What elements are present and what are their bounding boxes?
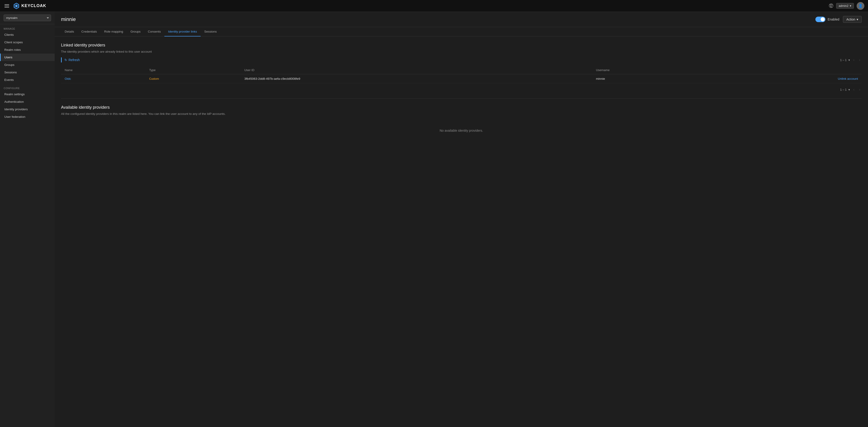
tab-credentials[interactable]: Credentials	[78, 27, 100, 36]
sidebar-item-label: Clients	[4, 33, 14, 36]
pagination-bottom-next-button[interactable]: ›	[858, 87, 862, 92]
type-badge: Custom	[149, 77, 159, 80]
action-chevron-icon: ▾	[857, 18, 858, 21]
sidebar-item-authentication[interactable]: Authentication	[0, 98, 55, 106]
main-content: minnie Enabled Action ▾ Details Credenti…	[55, 12, 868, 427]
dropdown-chevron-icon: ▾	[850, 4, 851, 7]
unlink-account-button[interactable]: Unlink account	[838, 77, 858, 80]
sidebar-item-label: User federation	[4, 115, 25, 118]
pagination-prev-button[interactable]: ‹	[852, 57, 856, 62]
enabled-toggle-area: Enabled	[815, 17, 839, 22]
sidebar-item-label: Authentication	[4, 100, 24, 104]
col-header-type: Type	[146, 66, 241, 74]
keycloak-logo-icon	[13, 2, 20, 9]
tab-identity-provider-links[interactable]: Identity provider links	[164, 27, 200, 36]
pagination-count: 1 – 1	[840, 58, 846, 62]
action-label: Action	[846, 18, 855, 21]
sidebar-item-label: Realm settings	[4, 92, 25, 96]
sidebar-item-label: Client scopes	[4, 40, 23, 44]
logo-text: KEYCLOAK	[22, 3, 46, 8]
tab-label: Details	[65, 30, 74, 33]
pagination-chevron-bottom-icon: ▾	[848, 88, 850, 91]
realm-selector: myrealm	[0, 12, 55, 24]
hamburger-menu[interactable]	[4, 3, 10, 8]
pagination-bottom: 1 – 1 ▾ ‹ ›	[61, 87, 862, 92]
avatar-icon: 👤	[858, 4, 863, 8]
pagination-top: 1 – 1 ▾ ‹ ›	[840, 57, 862, 62]
refresh-label: Refresh	[68, 58, 80, 62]
help-icon[interactable]: ⑫	[829, 3, 833, 9]
pagination-bottom-prev-button[interactable]: ‹	[852, 87, 856, 92]
col-header-action	[709, 66, 862, 74]
linked-section-title: Linked identity providers	[61, 43, 862, 48]
linked-section-description: The identity providers which are already…	[61, 50, 862, 53]
tab-label: Credentials	[81, 30, 97, 33]
row-user-id: 3fb45063-2dd8-497b-aefa-c9ecb8008fe9	[241, 74, 592, 83]
table-row: Oidc Custom 3fb45063-2dd8-497b-aefa-c9ec…	[61, 74, 862, 83]
user-name: admin2	[839, 4, 848, 7]
logo-area: KEYCLOAK	[13, 2, 46, 9]
linked-identity-providers-section: Linked identity providers The identity p…	[55, 36, 868, 98]
enabled-label: Enabled	[828, 18, 839, 21]
sidebar: myrealm Manage Clients Client scopes Rea…	[0, 12, 55, 427]
tab-label: Sessions	[204, 30, 217, 33]
refresh-icon: ↻	[64, 58, 67, 62]
col-header-username: Username	[592, 66, 709, 74]
main-layout: myrealm Manage Clients Client scopes Rea…	[0, 12, 868, 427]
no-data-message: No available identity providers.	[61, 120, 862, 142]
sidebar-item-events[interactable]: Events	[0, 76, 55, 84]
tab-sessions[interactable]: Sessions	[200, 27, 220, 36]
tab-details[interactable]: Details	[61, 27, 78, 36]
page-title: minnie	[61, 17, 812, 22]
configure-section-label: Configure	[0, 84, 55, 90]
sidebar-item-realm-settings[interactable]: Realm settings	[0, 90, 55, 98]
sidebar-item-label: Groups	[4, 63, 14, 66]
sidebar-item-groups[interactable]: Groups	[0, 61, 55, 68]
page-header: minnie Enabled Action ▾	[55, 12, 868, 27]
sidebar-item-realm-roles[interactable]: Realm roles	[0, 46, 55, 54]
sidebar-item-clients[interactable]: Clients	[0, 31, 55, 38]
pagination-next-button[interactable]: ›	[858, 57, 862, 62]
tab-label: Identity provider links	[168, 30, 197, 33]
sidebar-item-label: Realm roles	[4, 48, 21, 52]
sidebar-item-label: Identity providers	[4, 108, 28, 111]
sidebar-item-users[interactable]: Users	[0, 54, 55, 61]
row-username: minnie	[592, 74, 709, 83]
top-navigation: KEYCLOAK ⑫ admin2 ▾ 👤	[0, 0, 868, 12]
tab-groups[interactable]: Groups	[127, 27, 144, 36]
tab-consents[interactable]: Consents	[144, 27, 164, 36]
sidebar-item-sessions[interactable]: Sessions	[0, 68, 55, 76]
sidebar-item-label: Users	[4, 56, 12, 59]
refresh-button[interactable]: ↻ Refresh	[64, 58, 80, 62]
row-action: Unlink account	[709, 74, 862, 83]
sidebar-item-label: Events	[4, 78, 14, 82]
tab-label: Consents	[148, 30, 161, 33]
action-button[interactable]: Action ▾	[843, 16, 862, 23]
manage-section-label: Manage	[0, 24, 55, 31]
col-header-name: Name	[61, 66, 146, 74]
oidc-link[interactable]: Oidc	[65, 77, 71, 80]
linked-providers-table: Name Type User ID Username Oidc Custom	[61, 66, 862, 83]
tab-label: Groups	[130, 30, 141, 33]
row-type: Custom	[146, 74, 241, 83]
enabled-toggle[interactable]	[815, 17, 826, 22]
table-header-row: Name Type User ID Username	[61, 66, 862, 74]
pagination-count-bottom: 1 – 1	[840, 88, 846, 91]
tab-label: Role mapping	[104, 30, 123, 33]
realm-select[interactable]: myrealm	[4, 15, 51, 21]
row-name: Oidc	[61, 74, 146, 83]
sidebar-item-user-federation[interactable]: User federation	[0, 113, 55, 120]
available-section-title: Available identity providers	[61, 105, 862, 110]
pagination-chevron-icon: ▾	[848, 58, 850, 62]
user-dropdown[interactable]: admin2 ▾	[836, 3, 854, 9]
col-header-user-id: User ID	[241, 66, 592, 74]
sidebar-item-identity-providers[interactable]: Identity providers	[0, 106, 55, 113]
tab-role-mapping[interactable]: Role mapping	[101, 27, 127, 36]
available-identity-providers-section: Available identity providers All the con…	[55, 99, 868, 148]
available-section-description: All the configured identity providers in…	[61, 112, 862, 116]
tabs-bar: Details Credentials Role mapping Groups …	[55, 27, 868, 36]
sidebar-item-label: Sessions	[4, 70, 17, 74]
avatar[interactable]: 👤	[857, 2, 864, 10]
sidebar-item-client-scopes[interactable]: Client scopes	[0, 38, 55, 46]
topnav-right: ⑫ admin2 ▾ 👤	[829, 2, 864, 10]
